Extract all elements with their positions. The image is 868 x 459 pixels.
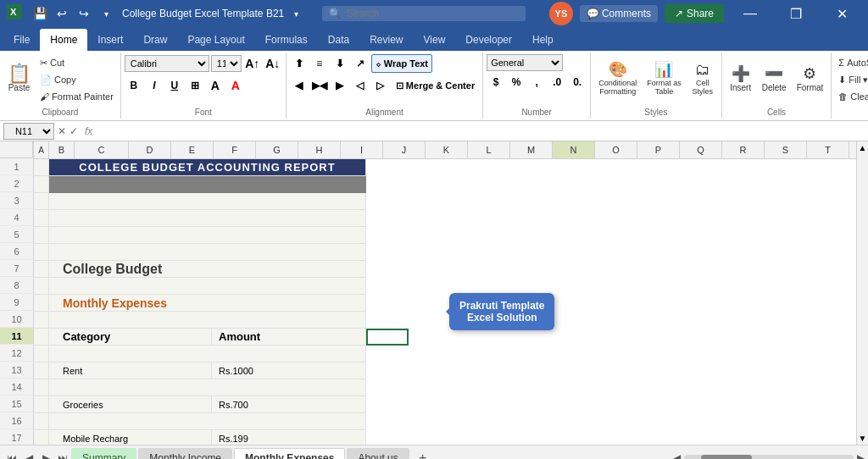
col-P[interactable]: P xyxy=(637,141,680,158)
sheet-nav-prev[interactable]: ◀ xyxy=(20,450,37,460)
bold-button[interactable]: B xyxy=(125,76,143,95)
cell-N1[interactable] xyxy=(366,159,409,176)
col-C[interactable]: C xyxy=(75,141,129,158)
col-Q[interactable]: Q xyxy=(680,141,722,158)
redo-quick-btn[interactable]: ↪ xyxy=(75,4,93,23)
percent-btn[interactable]: % xyxy=(507,73,526,91)
cell-A10[interactable] xyxy=(34,312,49,329)
row-num-11[interactable]: 11 xyxy=(0,328,33,345)
scroll-left-btn[interactable]: ◀ xyxy=(673,452,681,460)
share-button[interactable]: ↗Share xyxy=(665,4,724,23)
cell-B12[interactable] xyxy=(49,346,366,362)
align-center-btn[interactable]: ▶◀ xyxy=(310,76,329,95)
format-as-table-button[interactable]: 📊 Format asTable xyxy=(643,54,686,102)
cell-A8[interactable] xyxy=(34,278,49,295)
cell-A12[interactable] xyxy=(34,346,49,362)
tab-formulas[interactable]: Formulas xyxy=(255,29,318,51)
decimal-decrease-btn[interactable]: 0. xyxy=(568,73,587,91)
col-D[interactable]: D xyxy=(129,141,171,158)
cell-A7[interactable] xyxy=(34,261,49,278)
cell-B2-gray[interactable] xyxy=(49,176,366,193)
align-top-btn[interactable]: ⬆ xyxy=(290,54,309,73)
row-num-17[interactable]: 17 xyxy=(0,429,33,445)
row-num-14[interactable]: 14 xyxy=(0,379,33,395)
col-O[interactable]: O xyxy=(595,141,637,158)
col-L[interactable]: L xyxy=(468,141,510,158)
row-num-9[interactable]: 9 xyxy=(0,294,33,311)
number-format-select[interactable]: General xyxy=(487,54,563,71)
row-num-5[interactable]: 5 xyxy=(0,226,33,243)
cell-B5[interactable] xyxy=(49,227,366,244)
cell-B15-cat[interactable]: Groceries xyxy=(49,396,212,413)
indent-increase-btn[interactable]: ▷ xyxy=(371,76,390,95)
font-size-select[interactable]: 11 xyxy=(211,55,242,72)
row-num-12[interactable]: 12 xyxy=(0,345,33,362)
col-F[interactable]: F xyxy=(214,141,256,158)
wrap-text-button[interactable]: ⬦ Wrap Text xyxy=(371,54,432,73)
col-E[interactable]: E xyxy=(171,141,214,158)
add-sheet-button[interactable]: + xyxy=(415,450,431,460)
insert-button[interactable]: ➕ Insert xyxy=(726,54,756,102)
col-T[interactable]: T xyxy=(807,141,849,158)
scroll-up-btn[interactable]: ▲ xyxy=(857,141,868,154)
sheet-tab-monthly-expenses[interactable]: Monthly Expenses xyxy=(234,448,345,460)
comma-btn[interactable]: , xyxy=(527,73,546,91)
tab-page-layout[interactable]: Page Layout xyxy=(177,29,254,51)
decrease-font-btn[interactable]: A↓ xyxy=(264,54,282,73)
cell-A16[interactable] xyxy=(34,413,49,430)
currency-btn[interactable]: $ xyxy=(487,73,505,91)
formula-bar-expand-icon[interactable]: ✓ xyxy=(70,125,78,137)
col-M[interactable]: M xyxy=(510,141,553,158)
comments-btn[interactable]: 💬Comments xyxy=(580,5,658,22)
cell-B14[interactable] xyxy=(49,379,366,396)
align-middle-btn[interactable]: ≡ xyxy=(310,54,329,73)
cell-styles-button[interactable]: 🗂 CellStyles xyxy=(687,54,718,102)
row-num-13[interactable]: 13 xyxy=(0,362,33,379)
row-num-15[interactable]: 15 xyxy=(0,395,33,412)
cell-A17[interactable] xyxy=(34,430,49,445)
cell-A11[interactable] xyxy=(34,329,49,346)
sheet-nav-last[interactable]: ⏭ xyxy=(54,450,71,460)
tab-help[interactable]: Help xyxy=(522,29,564,51)
format-painter-button[interactable]: 🖌 Format Painter xyxy=(36,90,117,103)
horizontal-scrollbar[interactable] xyxy=(684,455,854,460)
increase-font-btn[interactable]: A↑ xyxy=(243,54,262,73)
cell-B13-cat[interactable]: Rent xyxy=(49,362,212,379)
search-input[interactable] xyxy=(347,8,499,19)
tab-developer[interactable]: Developer xyxy=(455,29,522,51)
tab-data[interactable]: Data xyxy=(318,29,359,51)
delete-button[interactable]: ➖ Delete xyxy=(758,54,791,102)
cell-A9[interactable] xyxy=(34,295,49,312)
cell-A13[interactable] xyxy=(34,362,49,379)
row-num-1[interactable]: 1 xyxy=(0,158,33,175)
format-button[interactable]: ⚙ Format xyxy=(793,54,828,102)
col-H[interactable]: H xyxy=(298,141,341,158)
conditional-formatting-button[interactable]: 🎨 ConditionalFormatting xyxy=(594,54,641,102)
tab-file[interactable]: File xyxy=(3,29,40,51)
autosum-button[interactable]: Σ AutoSum ▾ xyxy=(835,56,868,70)
col-A[interactable]: A xyxy=(34,141,49,158)
col-J[interactable]: J xyxy=(383,141,426,158)
sheet-nav-first[interactable]: ⏮ xyxy=(3,450,20,460)
cell-F13-amt[interactable]: Rs.1000 xyxy=(212,362,366,379)
customize-quick-btn[interactable]: ▾ xyxy=(97,4,115,23)
cell-B1-header[interactable]: COLLEGE BUDGET ACCOUNTING REPORT xyxy=(49,159,366,176)
cell-A4[interactable] xyxy=(34,210,49,227)
col-I[interactable]: I xyxy=(341,141,383,158)
cell-B3[interactable] xyxy=(49,193,366,210)
restore-button[interactable]: ❐ xyxy=(776,0,815,27)
formula-bar-collapse-icon[interactable]: ✕ xyxy=(58,125,66,137)
cell-B17-cat[interactable]: Mobile Recharg xyxy=(49,430,212,445)
sheet-tab-monthly-income[interactable]: Monthly Income xyxy=(138,448,232,460)
sheet-tab-summary[interactable]: Summary xyxy=(71,448,136,460)
cell-A6[interactable] xyxy=(34,244,49,261)
cell-A2[interactable] xyxy=(34,176,49,193)
scroll-down-btn[interactable]: ▼ xyxy=(857,432,868,445)
save-quick-btn[interactable]: 💾 xyxy=(31,4,49,23)
cell-A15[interactable] xyxy=(34,396,49,413)
col-N[interactable]: N xyxy=(553,141,595,158)
scroll-right-btn[interactable]: ▶ xyxy=(857,452,865,460)
cell-B9-subtitle[interactable]: Monthly Expenses xyxy=(49,295,366,312)
cell-A5[interactable] xyxy=(34,227,49,244)
col-K[interactable]: K xyxy=(426,141,468,158)
